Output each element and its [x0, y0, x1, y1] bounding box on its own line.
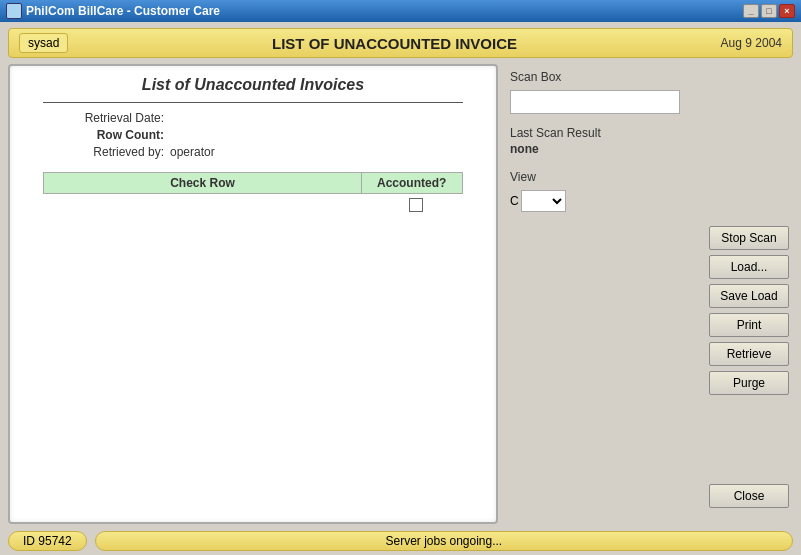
retrieved-by-value: operator: [170, 145, 215, 159]
save-load-button[interactable]: Save Load: [709, 284, 789, 308]
table-header: Check Row Accounted?: [43, 172, 462, 194]
user-label: sysad: [19, 33, 68, 53]
date-label: Aug 9 2004: [721, 36, 782, 50]
purge-button[interactable]: Purge: [709, 371, 789, 395]
last-scan-value: none: [510, 142, 789, 156]
retrieved-by-label: Retrieved by:: [60, 145, 170, 159]
stop-scan-button[interactable]: Stop Scan: [709, 226, 789, 250]
retrieval-date-row: Retrieval Date:: [60, 111, 486, 125]
action-buttons: Stop Scan Load... Save Load Print Retrie…: [510, 226, 789, 395]
status-bar: ID 95742 Server jobs ongoing...: [0, 527, 801, 555]
retrieved-by-row: Retrieved by: operator: [60, 145, 486, 159]
row-count-row: Row Count:: [60, 128, 486, 142]
info-grid: Retrieval Date: Row Count: Retrieved by:…: [20, 111, 486, 162]
scan-box-label: Scan Box: [510, 70, 789, 84]
app-icon: [6, 3, 22, 19]
load-button[interactable]: Load...: [709, 255, 789, 279]
maximize-button[interactable]: □: [761, 4, 777, 18]
right-panel: Scan Box Last Scan Result none View C A …: [506, 64, 793, 524]
page-title: LIST OF UNACCOUNTED INVOICE: [272, 35, 517, 52]
view-section: View: [510, 170, 789, 186]
close-button[interactable]: Close: [709, 484, 789, 508]
view-prefix: C: [510, 194, 519, 208]
retrieve-button[interactable]: Retrieve: [709, 342, 789, 366]
col-check-header: Check Row: [44, 173, 361, 193]
window-title: PhilCom BillCare - Customer Care: [26, 4, 743, 18]
left-panel: List of Unaccounted Invoices Retrieval D…: [8, 64, 498, 524]
report-title: List of Unaccounted Invoices: [142, 76, 364, 94]
close-button[interactable]: ×: [779, 4, 795, 18]
row-checkbox[interactable]: [409, 198, 423, 212]
retrieval-date-label: Retrieval Date:: [60, 111, 170, 125]
status-id: ID 95742: [8, 531, 87, 551]
header-bar: sysad LIST OF UNACCOUNTED INVOICE Aug 9 …: [8, 28, 793, 58]
scan-box-input[interactable]: [510, 90, 680, 114]
view-select-wrapper: C A B C D: [510, 190, 789, 212]
close-btn-area: Close: [510, 399, 789, 518]
print-button[interactable]: Print: [709, 313, 789, 337]
view-select[interactable]: A B C D: [521, 190, 566, 212]
checkbox-row: [43, 198, 462, 212]
row-count-label: Row Count:: [60, 128, 170, 142]
view-label: View: [510, 170, 536, 184]
title-bar: PhilCom BillCare - Customer Care _ □ ×: [0, 0, 801, 22]
divider: [43, 102, 462, 103]
col-accounted-header: Accounted?: [362, 173, 462, 193]
window-controls: _ □ ×: [743, 4, 795, 18]
main-area: List of Unaccounted Invoices Retrieval D…: [8, 64, 793, 524]
last-scan-section: Last Scan Result none: [510, 126, 789, 156]
minimize-button[interactable]: _: [743, 4, 759, 18]
last-scan-label: Last Scan Result: [510, 126, 789, 140]
status-message: Server jobs ongoing...: [95, 531, 793, 551]
